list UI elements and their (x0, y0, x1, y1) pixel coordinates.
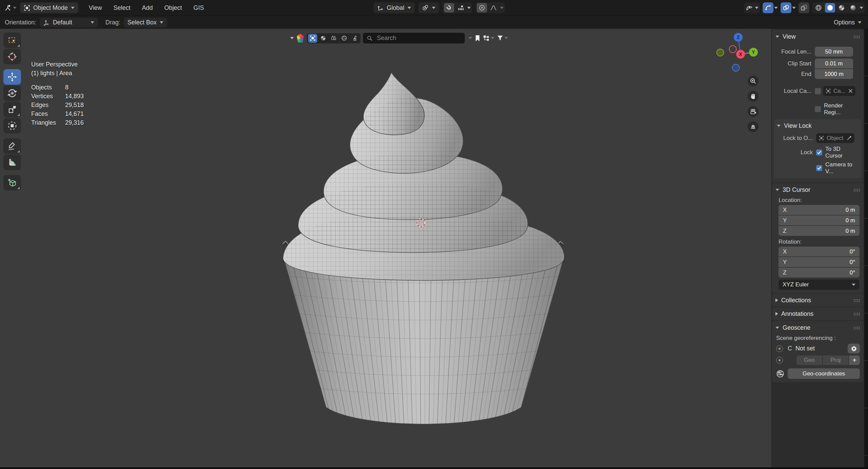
gizmo-axis-negy[interactable] (729, 46, 736, 53)
menu-select[interactable]: Select (108, 4, 136, 12)
tool-annotate[interactable] (3, 138, 21, 154)
close-icon[interactable] (848, 89, 853, 93)
mode-selector[interactable]: Object Mode (20, 2, 78, 13)
cursor-rotation-z[interactable]: Z0° (779, 268, 860, 278)
tool-move[interactable] (3, 69, 21, 85)
clip-start-field[interactable]: 0.01 m (815, 59, 853, 68)
camera-icon (750, 108, 757, 115)
gizmo-axis-negz[interactable] (732, 64, 740, 72)
tool-add-cube[interactable] (3, 175, 21, 190)
snap-target-dropdown[interactable] (456, 3, 466, 13)
falloff-curve-icon (490, 4, 497, 11)
to-3d-cursor-checkbox[interactable] (816, 149, 822, 156)
gizmo-axis-y[interactable]: Y (749, 48, 758, 57)
options-dropdown[interactable]: Options (830, 17, 865, 27)
xray-icon (801, 4, 807, 11)
tool-scale[interactable] (3, 102, 21, 117)
cupcake-wireframe-model[interactable] (278, 68, 569, 434)
cursor-location-x[interactable]: X0 m (779, 205, 860, 215)
menu-view[interactable]: View (83, 4, 108, 12)
cursor-rotation-y[interactable]: Y0° (779, 257, 860, 267)
pan-button[interactable] (748, 91, 759, 102)
menu-object[interactable]: Object (159, 4, 188, 12)
object-icon (826, 88, 831, 94)
zoom-button[interactable] (748, 76, 759, 86)
sidebar-tab-strip[interactable] (864, 29, 868, 467)
chevron-down-icon[interactable] (860, 7, 863, 9)
local-camera-checkbox[interactable] (815, 88, 821, 94)
render-region-checkbox[interactable] (815, 106, 821, 112)
menu-gis[interactable]: GIS (188, 4, 210, 12)
drag-dropdown[interactable]: Select Box (124, 18, 167, 27)
tool-select-box[interactable] (3, 33, 21, 48)
xray-toggle[interactable] (799, 2, 809, 13)
overlays-toggle[interactable] (781, 2, 791, 13)
cursor-location-z[interactable]: Z0 m (779, 226, 860, 236)
navigation-gizmo[interactable]: Z Y X (713, 30, 764, 75)
lock-object-field[interactable]: Object (816, 133, 854, 143)
transform-orientation-dropdown[interactable]: Global (374, 2, 415, 13)
view-lock-header[interactable]: View Lock (777, 121, 859, 130)
proj-radio-icon[interactable] (776, 357, 783, 364)
panel-grip[interactable] (853, 312, 860, 315)
3d-cursor-header[interactable]: 3D Cursor (775, 185, 860, 194)
tool-cursor[interactable] (3, 49, 21, 64)
chevron-down-icon[interactable] (774, 7, 778, 9)
cursor-rotation-x[interactable]: X0° (779, 247, 860, 257)
tool-measure[interactable] (3, 155, 21, 170)
shading-material-button[interactable] (836, 3, 847, 13)
viewport-canvas[interactable]: User Perspective (1) lights | Area Objec… (0, 29, 771, 467)
chevron-down-icon[interactable] (467, 7, 471, 9)
rotation-mode-dropdown[interactable]: XYZ Euler (779, 280, 860, 290)
crs-settings-button[interactable] (848, 344, 860, 353)
shading-rendered-button[interactable] (848, 3, 858, 13)
gizmo-axis-negx[interactable] (717, 49, 724, 56)
panel-grip[interactable] (853, 326, 860, 329)
camera-to-view-checkbox[interactable] (816, 165, 822, 171)
n-panel-sidebar: View Focal Len... 50 mm Clip Start 0.01 … (771, 29, 864, 467)
to-3d-cursor-label: To 3D Cursor (825, 146, 854, 159)
gizmo-axis-z[interactable]: Z (734, 33, 743, 42)
panel-grip[interactable] (853, 188, 860, 191)
chevron-down-icon[interactable] (792, 7, 796, 9)
pivot-point-dropdown[interactable] (418, 2, 439, 13)
proportional-edit-toggle[interactable] (477, 3, 487, 13)
geo-coordinates-button[interactable]: Geo-coordinates (788, 368, 860, 379)
chevron-down-icon (775, 189, 779, 191)
tool-rotate[interactable] (3, 85, 21, 101)
chevron-down-icon[interactable] (500, 7, 504, 9)
3d-cursor[interactable] (414, 216, 428, 229)
eyedropper-icon[interactable] (847, 136, 852, 141)
selectability-visibility-dropdown[interactable] (744, 2, 760, 13)
panel-grip[interactable] (853, 299, 860, 302)
transform-icon (7, 121, 17, 130)
proj-button[interactable]: Proj (823, 355, 849, 365)
cursor-location-y[interactable]: Y0 m (779, 216, 860, 225)
geoscene-header[interactable]: Geoscene (775, 323, 860, 332)
editor-type-dropdown[interactable] (4, 4, 17, 12)
collections-header[interactable]: Collections (775, 296, 860, 305)
tool-transform[interactable] (3, 118, 21, 134)
menu-add[interactable]: Add (136, 4, 159, 12)
orientation-dropdown[interactable]: Default (40, 18, 98, 27)
shading-wireframe-button[interactable] (813, 3, 824, 13)
annotations-header[interactable]: Annotations (775, 309, 860, 318)
focal-length-field[interactable]: 50 mm (815, 47, 853, 57)
gizmos-toggle[interactable] (763, 2, 773, 13)
viewport-nav-buttons (748, 76, 759, 132)
clip-end-field[interactable]: 1000 m (815, 69, 853, 79)
geo-button[interactable]: Geo (796, 355, 822, 365)
shading-solid-button[interactable] (825, 3, 835, 13)
add-crs-button[interactable]: + (849, 355, 860, 365)
view-panel-header[interactable]: View (775, 32, 860, 41)
gizmo-axis-x[interactable]: X (736, 50, 745, 59)
lock-object-label: Lock to O... (777, 135, 816, 142)
grid-icon (750, 123, 756, 130)
local-camera-field[interactable]: Ca... (823, 86, 855, 96)
camera-view-button[interactable] (748, 106, 759, 117)
panel-grip[interactable] (853, 35, 860, 38)
toggle-view-button[interactable] (748, 121, 759, 132)
crs-radio-icon[interactable] (776, 345, 783, 352)
proportional-falloff-dropdown[interactable] (488, 3, 499, 13)
snap-toggle[interactable] (444, 3, 454, 13)
